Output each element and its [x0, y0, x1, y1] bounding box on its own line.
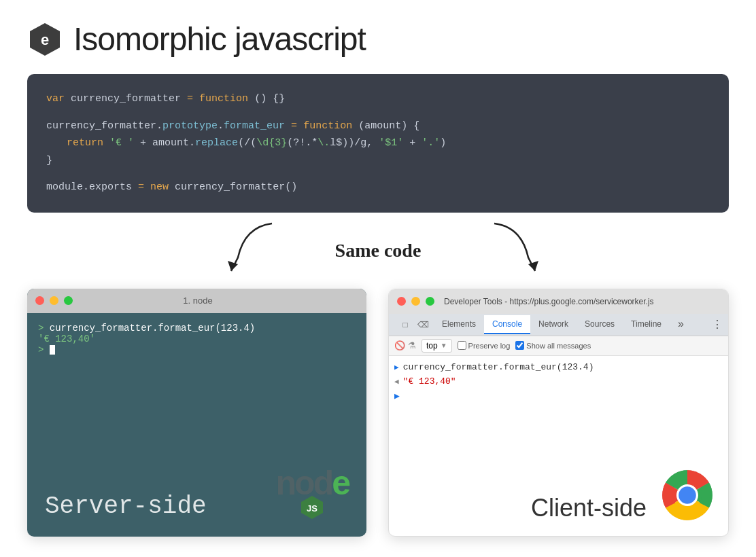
same-code-label: Same code: [335, 240, 422, 262]
devtools-dot-red[interactable]: [397, 297, 406, 306]
console-output-line: ◀ "€ 123,40": [394, 374, 723, 389]
tab-more[interactable]: »: [670, 314, 692, 336]
filter-input[interactable]: top ▼: [422, 339, 452, 353]
page-header: e Isomorphic javascript: [27, 20, 729, 58]
tab-timeline[interactable]: Timeline: [623, 315, 670, 334]
console-input-text[interactable]: currency_formatter.format_eur(123.4): [403, 362, 594, 372]
page-title: Isomorphic javascript: [73, 20, 366, 58]
devtools-titlebar: Developer Tools - https://plus.google.co…: [389, 289, 728, 314]
same-code-section: Same code: [27, 223, 729, 278]
devtools-console: ▶ currency_formatter.format_eur(123.4) ◀…: [389, 356, 728, 440]
devtools-dot-green[interactable]: [426, 297, 434, 306]
code-line-1: var currency_formatter = function () {}: [46, 90, 710, 108]
terminal-cursor-line: >: [38, 344, 356, 355]
filter-dropdown-arrow[interactable]: ▼: [441, 342, 447, 349]
devtools-toolbar: 🚫 ⚗ top ▼ Preserve log Show all messages: [389, 336, 728, 356]
client-side-footer: Client-side: [389, 439, 728, 536]
toolbar-options: Preserve log Show all messages: [458, 341, 591, 350]
svg-text:e: e: [41, 31, 49, 48]
terminal-content: > currency_formatter.format_eur(123.4) '…: [38, 323, 356, 462]
code-line-5: module.exports = new currency_formatter(…: [46, 179, 710, 196]
tab-network[interactable]: Network: [530, 315, 577, 334]
svg-point-11: [678, 486, 696, 504]
svg-text:JS: JS: [307, 503, 317, 514]
inspect-icon[interactable]: □: [398, 318, 412, 331]
show-all-label: Show all messages: [526, 342, 591, 350]
clear-icon[interactable]: 🚫: [394, 340, 405, 351]
nodejs-logo: node JS: [276, 468, 349, 520]
terminal-prompt: >: [38, 323, 50, 334]
code-block: var currency_formatter = function () {} …: [27, 74, 729, 213]
terminal-body: > currency_formatter.format_eur(123.4) '…: [27, 313, 366, 537]
terminal-command: currency_formatter.format_eur(123.4): [50, 323, 255, 334]
devtools-tabs: □ ⌫ Elements Console Network Sources Tim…: [389, 314, 728, 336]
terminal-output: '€ 123,40': [38, 334, 356, 344]
devtools-icon-group: □ ⌫: [394, 318, 434, 331]
filter-icon[interactable]: ⚗: [408, 340, 416, 351]
tab-console[interactable]: Console: [484, 315, 530, 334]
devtools-dot-yellow[interactable]: [411, 297, 420, 306]
filter-value: top: [426, 341, 438, 351]
ember-logo-icon: e: [27, 22, 63, 57]
console-cursor-line: ▶: [394, 389, 723, 403]
terminal-titlebar: 1. node: [27, 289, 366, 313]
chrome-logo-icon: [660, 468, 715, 522]
server-side-label: Server-side: [45, 492, 207, 520]
panels-container: 1. node > currency_formatter.format_eur(…: [27, 289, 729, 537]
code-line-3: return '€ ' + amount.replace(/(\d{3}(?!.…: [46, 134, 710, 152]
tab-sources[interactable]: Sources: [577, 315, 623, 334]
console-output-arrow: ◀: [394, 377, 399, 386]
console-output-text: "€ 123,40": [403, 376, 456, 387]
nodejs-hexagon-icon: JS: [299, 495, 325, 520]
console-cursor-arrow: ▶: [394, 391, 400, 401]
client-side-label: Client-side: [531, 494, 647, 522]
show-all-checkbox[interactable]: [515, 341, 524, 350]
right-arrow-icon: [481, 220, 542, 278]
left-arrow-icon: [224, 220, 286, 278]
tab-elements[interactable]: Elements: [434, 315, 484, 334]
devtools-panel: Developer Tools - https://plus.google.co…: [388, 289, 729, 537]
filter-icon-group: 🚫 ⚗: [394, 340, 416, 351]
terminal-command-line: > currency_formatter.format_eur(123.4): [38, 323, 356, 334]
preserve-log-label: Preserve log: [468, 342, 511, 350]
terminal-title: 1. node: [37, 295, 358, 306]
show-all-option[interactable]: Show all messages: [515, 341, 591, 350]
terminal-cursor: [50, 345, 55, 355]
terminal-panel: 1. node > currency_formatter.format_eur(…: [27, 289, 366, 537]
mobile-icon[interactable]: ⌫: [416, 318, 430, 331]
code-line-4: }: [46, 152, 710, 170]
devtools-menu-icon[interactable]: ⋮: [712, 318, 723, 331]
preserve-log-option[interactable]: Preserve log: [458, 341, 511, 350]
preserve-log-checkbox[interactable]: [458, 341, 466, 350]
devtools-title: Developer Tools - https://plus.google.co…: [444, 297, 654, 306]
console-input-arrow: ▶: [394, 363, 399, 372]
console-input-line: ▶ currency_formatter.format_eur(123.4): [394, 360, 723, 374]
code-line-2: currency_formatter.prototype.format_eur …: [46, 118, 710, 135]
